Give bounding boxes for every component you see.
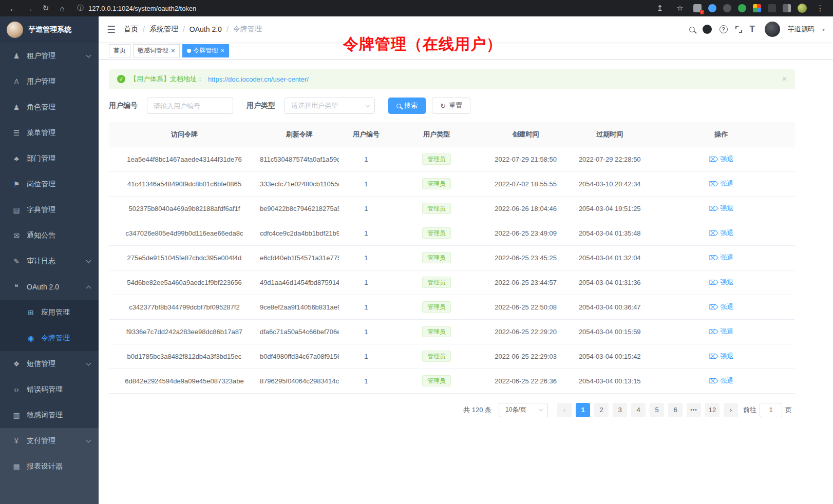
app-logo[interactable]: 芋道管理系统 (0, 16, 99, 43)
sidebar-item-role[interactable]: ♟ 角色管理 (0, 94, 99, 120)
sidebar-item-label: 短信管理 (27, 359, 55, 369)
force-logout-button[interactable]: ⌦ 强退 (709, 376, 733, 385)
sidebar-item-post[interactable]: ⚑ 岗位管理 (0, 171, 99, 197)
extension-icon-1[interactable]: 1 (693, 4, 702, 12)
force-logout-button[interactable]: ⌦ 强退 (709, 204, 733, 213)
doc-link[interactable]: https://doc.iocoder.cn/user-center/ (208, 75, 309, 83)
sidebar-item-oauth[interactable]: ❝ OAuth 2.0 (0, 274, 99, 300)
browser-menu-kebab-icon[interactable]: ⋮ (813, 4, 827, 13)
sidebar-item-sensitive-word[interactable]: ▥ 敏感词管理 (0, 402, 99, 428)
close-icon[interactable]: × (171, 47, 175, 54)
action-cell: ⌦ 强退 (648, 221, 795, 245)
help-icon[interactable]: ? (720, 25, 728, 33)
reset-button[interactable]: ↻ 重置 (432, 98, 470, 114)
extensions-puzzle-icon[interactable] (753, 4, 761, 12)
search-button[interactable]: 搜索 (388, 98, 426, 114)
tab-home[interactable]: 首页 (109, 44, 130, 57)
sensitive-word-icon: ▥ (10, 411, 23, 419)
page-button[interactable]: 6 (668, 403, 683, 417)
force-logout-button[interactable]: ⌦ 强退 (709, 302, 733, 312)
user-type-cell: 管理员 (393, 196, 479, 221)
prev-page-button[interactable]: ‹ (557, 403, 572, 417)
user-type-badge: 管理员 (422, 301, 451, 313)
page-button[interactable]: 12 (705, 403, 720, 417)
access-token-cell: 54d6be82ee5a460a9aedc1f9bf223656 (109, 270, 260, 295)
user-id-input[interactable] (147, 98, 233, 114)
department-tree-icon: ♣ (10, 154, 23, 163)
tab-sensitive-word[interactable]: 敏感词管理 × (133, 44, 180, 57)
sidebar-item-dept[interactable]: ♣ 部门管理 (0, 146, 99, 171)
force-logout-button[interactable]: ⌦ 强退 (709, 154, 733, 164)
page-button[interactable]: 1 (576, 403, 590, 417)
hamburger-icon[interactable]: ☰ (107, 24, 116, 35)
sidebar-item-error-code[interactable]: ‹› 错误码管理 (0, 377, 99, 402)
user-type-badge: 管理员 (422, 153, 451, 165)
bookmark-star-icon[interactable]: ☆ (673, 4, 687, 13)
goto-page-input[interactable] (760, 403, 782, 417)
sidebar-item-notice[interactable]: ✉ 通知公告 (0, 223, 99, 248)
force-logout-button[interactable]: ⌦ 强退 (709, 179, 733, 188)
sidebar-item-menu[interactable]: ☰ 菜单管理 (0, 120, 99, 146)
forward-icon[interactable]: → (23, 4, 36, 13)
force-logout-label: 强退 (721, 376, 734, 385)
address-bar[interactable]: ⓘ 127.0.0.1:1024/system/oauth2/token (72, 4, 650, 13)
column-header: 过期时间 (572, 122, 648, 147)
page-size-select[interactable]: 10条/页 (499, 403, 548, 417)
sidebar-item-report-designer[interactable]: ▦ 报表设计器 (0, 454, 99, 479)
browser-profile-avatar[interactable] (798, 4, 807, 13)
extension-icon-5[interactable] (768, 4, 776, 12)
sidebar-item-tenant[interactable]: ♟ 租户管理 (0, 43, 99, 69)
page-button[interactable]: 5 (650, 403, 664, 417)
alert-close-icon[interactable]: × (782, 74, 787, 84)
font-size-icon[interactable]: T (750, 24, 755, 34)
tab-token[interactable]: 令牌管理 × (182, 44, 230, 57)
force-logout-button[interactable]: ⌦ 强退 (709, 352, 733, 361)
token-broadcast-icon: ◉ (25, 334, 37, 342)
github-icon[interactable] (703, 25, 712, 34)
force-logout-button[interactable]: ⌦ 强退 (709, 278, 733, 287)
home-icon[interactable]: ⌂ (55, 4, 69, 13)
reload-icon[interactable]: ↻ (39, 4, 52, 13)
fullscreen-icon[interactable] (735, 26, 742, 33)
sidebar-item-sms[interactable]: ❖ 短信管理 (0, 351, 99, 377)
force-logout-button[interactable]: ⌦ 强退 (709, 327, 733, 336)
close-icon[interactable]: × (221, 47, 225, 54)
force-logout-button[interactable]: ⌦ 强退 (709, 253, 733, 262)
user-name[interactable]: 芋道源码 (788, 25, 815, 34)
side-panel-icon[interactable] (783, 4, 791, 12)
breadcrumb-home[interactable]: 首页 (124, 25, 138, 34)
sidebar-item-audit[interactable]: ✎ 审计日志 (0, 248, 99, 274)
user-id-label: 用户编号 (109, 101, 138, 110)
share-icon[interactable]: ↥ (653, 4, 667, 13)
page-button[interactable]: 4 (631, 403, 646, 417)
extension-icon-4[interactable] (738, 4, 746, 12)
force-logout-button[interactable]: ⌦ 强退 (709, 228, 733, 238)
user-type-select[interactable]: 请选择用户类型 (285, 98, 375, 114)
action-cell: ⌦ 强退 (648, 196, 795, 221)
expire-time-cell: 2054-03-04 00:36:47 (572, 295, 648, 319)
sidebar-item-token[interactable]: ◉ 令牌管理 (0, 325, 99, 351)
extension-icon-3[interactable] (723, 4, 731, 12)
force-logout-label: 强退 (721, 253, 734, 262)
page-button[interactable]: 3 (613, 403, 627, 417)
payment-icon: ¥ (10, 437, 23, 445)
next-page-button[interactable]: › (724, 403, 738, 417)
sidebar-item-label: 通知公告 (27, 231, 55, 240)
sidebar-item-payment[interactable]: ¥ 支付管理 (0, 428, 99, 454)
search-icon[interactable] (689, 27, 695, 32)
column-header: 访问令牌 (109, 122, 260, 147)
chevron-icon (86, 286, 91, 291)
user-avatar[interactable] (765, 22, 780, 37)
page-button[interactable]: 2 (594, 403, 609, 417)
breadcrumb-system[interactable]: 系统管理 (149, 25, 178, 34)
create-time-cell: 2022-06-25 22:29:03 (479, 344, 572, 369)
page-button[interactable]: ••• (687, 403, 701, 417)
extension-icon-2[interactable] (708, 4, 716, 12)
sidebar-item-user[interactable]: ♙ 用户管理 (0, 69, 99, 94)
breadcrumb-oauth[interactable]: OAuth 2.0 (190, 25, 222, 33)
back-icon[interactable]: ← (6, 4, 20, 13)
site-info-icon[interactable]: ⓘ (77, 4, 84, 13)
sidebar-item-dict[interactable]: ▤ 字典管理 (0, 197, 99, 223)
chevron-down-icon (366, 103, 370, 107)
sidebar-item-app[interactable]: ⊞ 应用管理 (0, 300, 99, 325)
